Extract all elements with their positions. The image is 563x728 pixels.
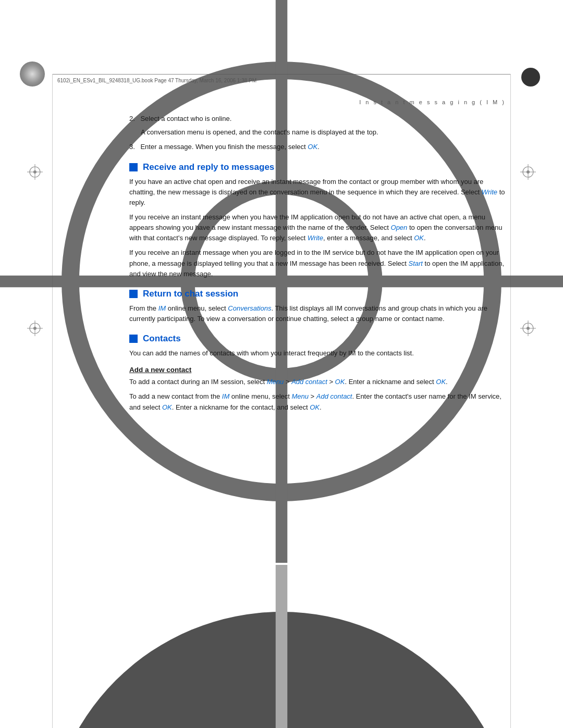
step-2-sub: A conversation menu is opened, and the c…: [141, 127, 507, 138]
add-contact-subtitle: Add a new contact: [129, 366, 507, 374]
contacts-section-title: Contacts: [129, 334, 507, 344]
menu-link-2: Menu: [291, 392, 309, 400]
step3-ok-link: OK: [308, 143, 317, 151]
step-3: 3. Enter a message. When you finish the …: [129, 142, 507, 152]
receive-para2: If you receive an instant message when y…: [129, 212, 507, 243]
receive-para3: If you receive an instant message when y…: [129, 248, 507, 279]
add-para2: To add a new contact from the IM online …: [129, 391, 507, 412]
step-3-text: Enter a message. When you finish the mes…: [137, 143, 320, 151]
step-2: 2. Select a contact who is online.: [129, 114, 507, 124]
return-title-text: Return to chat session: [143, 289, 238, 299]
main-content: 2. Select a contact who is online. A con…: [129, 114, 507, 728]
menu-link-1: Menu: [267, 378, 284, 386]
step-3-number: 3.: [129, 143, 135, 151]
section-header-text: I n s t a n t m e s s a g i n g ( I M ): [359, 99, 506, 105]
page: 6102i_EN_ESv1_BIL_9248318_UG.book Page 4…: [0, 0, 563, 728]
return-blue-square: [129, 290, 138, 298]
file-info-text: 6102i_EN_ESv1_BIL_9248318_UG.book Page 4…: [57, 78, 256, 83]
ok-link-add2: OK: [436, 378, 446, 386]
side-mark-right-top: [520, 164, 536, 180]
section-header: I n s t a n t m e s s a g i n g ( I M ): [57, 99, 506, 105]
return-para: From the IM online menu, select Conversa…: [129, 303, 507, 324]
corner-mark-tr-dark: [521, 68, 540, 87]
ok-link-add4: OK: [310, 403, 320, 411]
receive-section-title: Receive and reply to messages: [129, 162, 507, 172]
receive-para1: If you have an active chat open and rece…: [129, 177, 507, 208]
side-mark-left-mid: [27, 320, 43, 336]
ok-link-1: OK: [414, 234, 424, 242]
side-mark-left-top: [27, 164, 43, 180]
open-link: Open: [391, 224, 408, 231]
add-contact-link-1: Add contact: [291, 378, 327, 386]
add-contact-link-2: Add contact: [316, 392, 352, 400]
contacts-title-text: Contacts: [143, 334, 181, 344]
contacts-blue-square: [129, 335, 138, 343]
ok-link-add1: OK: [335, 378, 345, 386]
return-section-title: Return to chat session: [129, 289, 507, 299]
start-link: Start: [408, 260, 422, 267]
write-link-2: Write: [308, 234, 323, 242]
receive-title-text: Receive and reply to messages: [143, 162, 274, 172]
step-2-number: 2.: [129, 115, 135, 122]
step-2-text: Select a contact who is online.: [137, 115, 231, 122]
ok-link-add3: OK: [162, 403, 172, 411]
side-mark-right-bot: [520, 320, 536, 336]
contacts-para: You can add the names of contacts with w…: [129, 348, 507, 359]
im-link-return: IM: [158, 304, 166, 312]
receive-blue-square: [129, 163, 138, 171]
add-para1: To add a contact during an IM session, s…: [129, 377, 507, 387]
im-link-add: IM: [222, 392, 229, 400]
conversations-link: Conversations: [228, 304, 271, 312]
file-info-bar: 6102i_EN_ESv1_BIL_9248318_UG.book Page 4…: [57, 77, 506, 84]
write-link-1: Write: [482, 188, 497, 196]
